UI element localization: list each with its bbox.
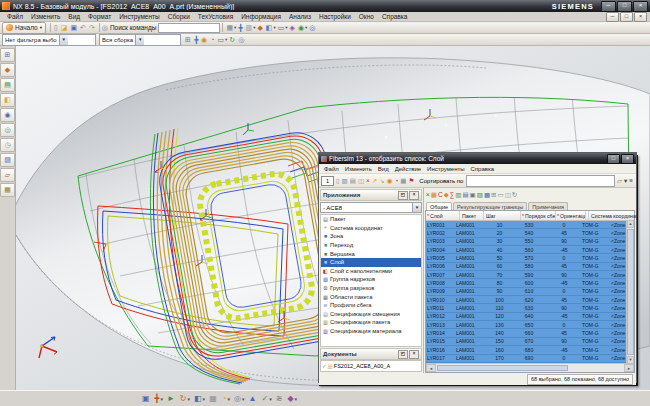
sort-by-input[interactable] [466, 175, 614, 187]
menu-item[interactable]: Сборки [164, 13, 194, 20]
table-row[interactable]: LYR005LAM00150 5700TOM-G <Zone Based> [426, 254, 634, 262]
column-header[interactable]: * Слой [426, 211, 460, 220]
save-icon[interactable]: ▣ [69, 23, 79, 33]
tree-item[interactable]: ▤ Пакет [321, 215, 421, 224]
table-row[interactable]: LYR011LAM001110 63090TOM-G <Zone Based> [426, 304, 634, 312]
arrow-up-icon[interactable]: ↗ [371, 175, 378, 186]
vertical-scrollbar[interactable]: ▲ ▼ [626, 220, 634, 364]
table-row[interactable]: LYR010LAM001100 62045TOM-G <Zone Based> [426, 296, 634, 304]
dialog-close-button[interactable]: × [621, 154, 634, 164]
view-style-icon[interactable]: ▥ ▾ [245, 23, 257, 33]
tree-item[interactable]: ▥ Спецификация пакета [321, 318, 421, 327]
tree-item[interactable]: ▦ Области пакета [321, 292, 421, 301]
filter-csys-icon[interactable]: C [438, 190, 443, 200]
select-general-icon[interactable]: ╋ [193, 35, 200, 45]
fibersim-simulate-icon[interactable]: ◎ ▾ [232, 392, 247, 405]
pane-float-button[interactable]: ◰ [398, 191, 408, 200]
tab[interactable]: Общие [426, 202, 452, 210]
dialog-titlebar[interactable]: Fibersim 13 - отобразить список: Слой □× [319, 153, 636, 164]
paste-icon[interactable]: ▤ [349, 175, 357, 186]
history-icon[interactable]: ◷ [0, 138, 15, 152]
rectangle-select-icon[interactable]: ▭ ▾ [216, 35, 228, 45]
scrollbar-thumb[interactable] [437, 365, 568, 371]
filter-vertex-icon[interactable]: ◆ [444, 190, 449, 200]
menu-item[interactable]: Файл [3, 13, 27, 20]
tree-item[interactable]: ▤ Спецификация смещения [321, 310, 421, 319]
fibersim-measure-icon[interactable]: ▲ [247, 392, 260, 405]
lasso-icon[interactable]: ◔ [209, 35, 216, 45]
filter-fill-icon[interactable]: ▤ [462, 190, 468, 200]
assembly-navigator-icon[interactable]: ⊞ [0, 48, 15, 62]
maximize-button[interactable]: □ [617, 1, 632, 12]
menu-item[interactable]: Формат [84, 13, 115, 20]
scroll-right-icon[interactable]: ► [624, 364, 634, 372]
selection-filter-combo[interactable]: Нет фильтра выбо ▼ [2, 34, 96, 46]
dialog-menu-item[interactable]: Действие [392, 166, 424, 172]
tree-item[interactable]: ◧ Слой с наполнителями [321, 267, 421, 276]
menu-icon[interactable]: ≡ [628, 175, 634, 186]
chevron-down-icon[interactable]: ▼ [135, 35, 144, 45]
tree-item[interactable]: ■ Зона [321, 232, 421, 241]
roles-icon[interactable]: ▦ [0, 183, 15, 197]
fibersim-dialog[interactable]: Fibersim 13 - отобразить список: Слой □×… [318, 152, 637, 383]
fibersim-options-icon[interactable]: ◆ ▾ [285, 392, 299, 405]
menu-item[interactable]: Настройки [315, 13, 355, 20]
document-item[interactable]: ✓ ▤ FS2012_ACE8_A00_A [320, 360, 422, 372]
table-row[interactable]: LYR008LAM00180 600-45TOM-G <Zone Based> [426, 279, 634, 287]
menu-item[interactable]: Справка [378, 13, 412, 20]
table-row[interactable]: LYR009LAM00190 6100TOM-G <Zone Based> [426, 288, 634, 296]
fibersim-profiles-icon[interactable]: ≋ [274, 392, 286, 405]
grid-view-icon[interactable]: ▦ [399, 175, 407, 186]
menu-item[interactable]: Вид [64, 13, 84, 20]
web-browser-icon[interactable]: ◎ [0, 123, 15, 137]
chevron-down-icon[interactable]: ▼ [59, 35, 68, 45]
column-header[interactable]: Шаг [484, 211, 521, 220]
filter-view-icon[interactable]: ◫ [505, 190, 511, 200]
fibersim-add-icon[interactable]: ╋ ▾ [153, 392, 165, 405]
tree-item[interactable]: ⊠ Группа разрезов [321, 284, 421, 293]
column-header[interactable]: * Порядок сбега [521, 211, 556, 220]
filter-layer-icon[interactable]: ▥ [455, 190, 461, 200]
minimize-button[interactable]: ─ [601, 1, 616, 12]
table-row[interactable]: LYR015LAM001150 67090TOM-G <Zone Based> [426, 338, 634, 346]
doc-close-button[interactable]: × [634, 12, 647, 22]
table-row[interactable]: LYR017LAM001170 6900TOM-G <Zone Based> [426, 355, 634, 363]
menu-item[interactable]: Инструменты [115, 13, 164, 20]
index-box[interactable]: 1 [321, 176, 334, 186]
table-row[interactable]: LYR014LAM001140 66045TOM-G <Zone Based> [426, 329, 634, 337]
highlight-object-icon[interactable]: ◉ [386, 175, 394, 186]
unite-icon[interactable]: ◉ ▾ [297, 23, 308, 33]
table-row[interactable]: LYR012LAM001120 640-45TOM-G <Zone Based> [426, 313, 634, 321]
dialog-menu-item[interactable]: Файл [321, 166, 342, 172]
table-row[interactable]: LYR016LAM001160 680-45TOM-G <Zone Based> [426, 346, 634, 354]
tree-item[interactable]: ≋ Профили сбега [321, 301, 421, 310]
docs-float-button[interactable]: ◰ [398, 350, 408, 359]
table-row[interactable]: LYR006LAM00160 58045TOM-G <Zone Based> [426, 263, 634, 271]
dialog-menu-item[interactable]: Справка [468, 166, 498, 172]
menu-item[interactable]: ТехУсловия [194, 13, 237, 20]
process-studio-icon[interactable]: ▨ [0, 153, 15, 167]
extrude-icon[interactable]: ▭ ▾ [277, 23, 289, 33]
reuse-library-icon[interactable]: ◧ [0, 93, 15, 107]
tree-item[interactable]: ▥ Спецификация материала [321, 327, 421, 336]
filter-profile-icon[interactable]: ⊞ [491, 190, 496, 200]
command-search-input[interactable] [158, 23, 220, 33]
tree-item[interactable]: ⌖ Система координат [321, 224, 421, 233]
measure-icon[interactable]: ◎ [308, 23, 317, 33]
redo-icon[interactable]: ↷ [88, 23, 97, 33]
fibersim-verify-icon[interactable]: ✓ ▾ [259, 392, 273, 405]
snap-point-icon[interactable]: ⊞ [184, 35, 193, 45]
table-row[interactable]: LYR013LAM001130 6500TOM-G <Zone Based> [426, 321, 634, 329]
sketch-icon[interactable]: ◧ ▾ [265, 23, 277, 33]
chevron-down-icon[interactable]: ▼ [412, 203, 421, 212]
tree-item[interactable]: ■ Слой [321, 258, 421, 267]
dialog-menu-item[interactable]: Вид [375, 166, 392, 172]
window-titlebar[interactable]: NX 8.5 - Базовый модуль - [FS2012_ACE8_A… [0, 0, 650, 12]
filter-region-icon[interactable]: ▩ [484, 190, 490, 200]
tab[interactable]: Результирующие границы [453, 202, 527, 210]
fibersim-documentation-icon[interactable]: ◧ ▾ [192, 392, 207, 405]
constraint-navigator-icon[interactable]: ◆ [0, 63, 15, 77]
column-header[interactable]: Пакет [460, 211, 484, 220]
column-header[interactable]: Система координат [589, 211, 640, 220]
filter-delete-icon[interactable]: × [426, 190, 430, 200]
